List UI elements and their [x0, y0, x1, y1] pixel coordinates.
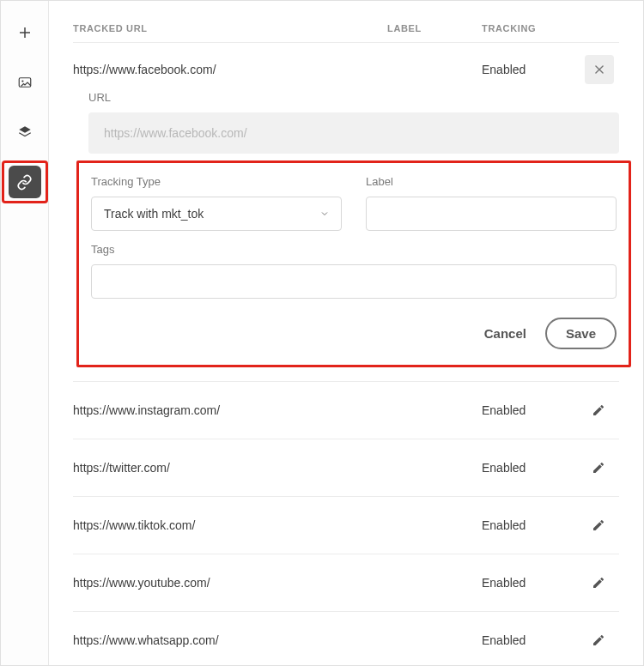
edit-button[interactable] [585, 454, 612, 481]
edit-button[interactable] [585, 512, 612, 539]
url-display: https://www.facebook.com/ [88, 112, 619, 154]
table-row-expanded: https://www.facebook.com/ Enabled [73, 42, 619, 96]
row-tracking: Enabled [482, 461, 585, 475]
tags-input[interactable] [91, 264, 617, 299]
column-header-url: TRACKED URL [73, 23, 387, 33]
table-row: https://www.tiktok.com/ Enabled [73, 496, 619, 554]
row-tracking: Enabled [482, 576, 585, 590]
row-tracking: Enabled [482, 403, 585, 417]
edit-button[interactable] [585, 569, 612, 596]
close-icon [593, 64, 605, 76]
expanded-panel: URL https://www.facebook.com/ Tracking T… [88, 91, 619, 381]
row-url: https://twitter.com/ [73, 461, 387, 475]
tags-field-label: Tags [91, 243, 617, 256]
edit-button[interactable] [585, 627, 612, 654]
layers-icon [17, 124, 33, 140]
close-button[interactable] [585, 55, 614, 84]
pencil-icon [592, 576, 605, 590]
link-icon [16, 174, 33, 191]
row-url: https://www.facebook.com/ [73, 63, 387, 76]
sidebar-item-image[interactable] [9, 66, 41, 99]
column-header-label: LABEL [387, 23, 482, 33]
row-url: https://www.youtube.com/ [73, 576, 387, 590]
pencil-icon [592, 633, 605, 647]
row-tracking: Enabled [482, 63, 585, 76]
row-url: https://www.instagram.com/ [73, 403, 387, 417]
plus-icon [17, 25, 33, 40]
pencil-icon [592, 403, 605, 417]
pencil-icon [592, 461, 605, 475]
edit-form-highlight: Tracking Type Track with mkt_tok Label [76, 160, 631, 367]
tracking-type-select[interactable]: Track with mkt_tok [91, 197, 342, 231]
table-row: https://twitter.com/ Enabled [73, 439, 619, 496]
row-url: https://www.tiktok.com/ [73, 518, 387, 532]
tracking-type-label: Tracking Type [91, 175, 342, 188]
url-list: https://www.instagram.com/ Enabled https… [73, 381, 619, 665]
table-row: https://www.instagram.com/ Enabled [73, 381, 619, 439]
row-tracking: Enabled [482, 633, 585, 647]
svg-point-3 [21, 80, 23, 82]
url-field-label: URL [88, 91, 619, 104]
sidebar-item-layers[interactable] [9, 116, 41, 148]
row-tracking: Enabled [482, 518, 585, 532]
table-header: TRACKED URL LABEL TRACKING [73, 20, 619, 42]
main-content: TRACKED URL LABEL TRACKING https://www.f… [49, 1, 643, 665]
cancel-button[interactable]: Cancel [484, 326, 526, 341]
table-row: https://www.youtube.com/ Enabled [73, 554, 619, 611]
pencil-icon [592, 518, 605, 532]
save-button[interactable]: Save [545, 318, 617, 349]
table-row: https://www.whatsapp.com/ Enabled [73, 611, 619, 665]
sidebar-item-add[interactable] [9, 16, 41, 49]
label-field-label: Label [366, 175, 617, 188]
edit-button[interactable] [585, 397, 612, 424]
image-icon [17, 75, 33, 90]
sidebar [1, 1, 49, 665]
label-input[interactable] [366, 197, 617, 231]
sidebar-item-links[interactable] [9, 166, 41, 198]
row-url: https://www.whatsapp.com/ [73, 633, 387, 647]
column-header-tracking: TRACKING [482, 23, 585, 33]
